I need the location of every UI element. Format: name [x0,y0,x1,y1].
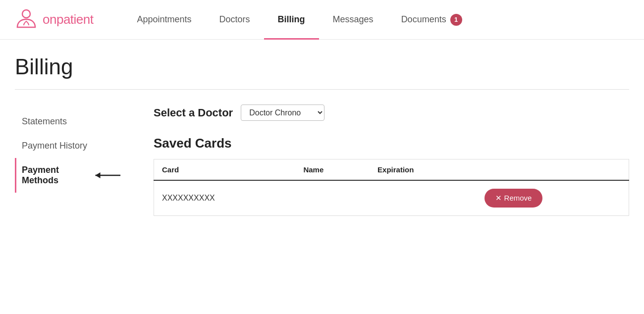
table-row: XXXXXXXXXX ✕ Remove [154,180,629,216]
main-nav: Appointments Doctors Billing Messages Do… [123,0,629,40]
column-header-card: Card [154,159,296,181]
column-header-expiration: Expiration [370,159,477,181]
logo-text: onpatient [43,12,93,27]
card-expiration-cell [370,180,477,216]
page-divider [15,89,629,90]
svg-marker-2 [95,172,100,178]
card-number-cell: XXXXXXXXXX [154,180,296,216]
card-name-cell [295,180,370,216]
sidebar-wrapper: Statements Payment History Payment Metho… [15,105,134,216]
sidebar-item-statements[interactable]: Statements [15,109,134,134]
svg-point-0 [22,10,30,18]
documents-badge: 1 [450,14,462,26]
nav-item-billing[interactable]: Billing [264,0,319,40]
logo[interactable]: onpatient [15,8,93,31]
content-area: Select a Doctor Doctor Chrono Other Doct… [134,105,629,216]
sidebar-item-payment-history[interactable]: Payment History [15,134,134,158]
doctor-select-row: Select a Doctor Doctor Chrono Other Doct… [154,105,629,121]
column-header-action [477,159,629,181]
sidebar: Statements Payment History Payment Metho… [15,105,134,193]
table-header-row: Card Name Expiration [154,159,629,181]
logo-icon [15,8,38,31]
doctor-select-label: Select a Doctor [154,106,233,119]
header: onpatient Appointments Doctors Billing M… [0,0,644,40]
nav-item-messages[interactable]: Messages [319,0,387,40]
remove-card-button[interactable]: ✕ Remove [484,189,542,208]
doctor-select-dropdown[interactable]: Doctor Chrono Other Doctor [241,105,324,121]
nav-item-appointments[interactable]: Appointments [123,0,205,40]
sidebar-item-payment-methods[interactable]: Payment Methods [15,158,134,193]
nav-item-documents[interactable]: Documents 1 [387,0,476,40]
page-title: Billing [15,54,629,79]
page-content: Billing Statements Payment History Payme… [0,40,644,231]
main-layout: Statements Payment History Payment Metho… [15,105,629,216]
column-header-name: Name [295,159,370,181]
saved-cards-table: Card Name Expiration XXXXXXXXXX ✕ Remove [154,159,629,216]
nav-item-doctors[interactable]: Doctors [206,0,264,40]
arrow-annotation [91,166,129,184]
card-action-cell: ✕ Remove [477,180,629,216]
saved-cards-title: Saved Cards [154,136,629,151]
